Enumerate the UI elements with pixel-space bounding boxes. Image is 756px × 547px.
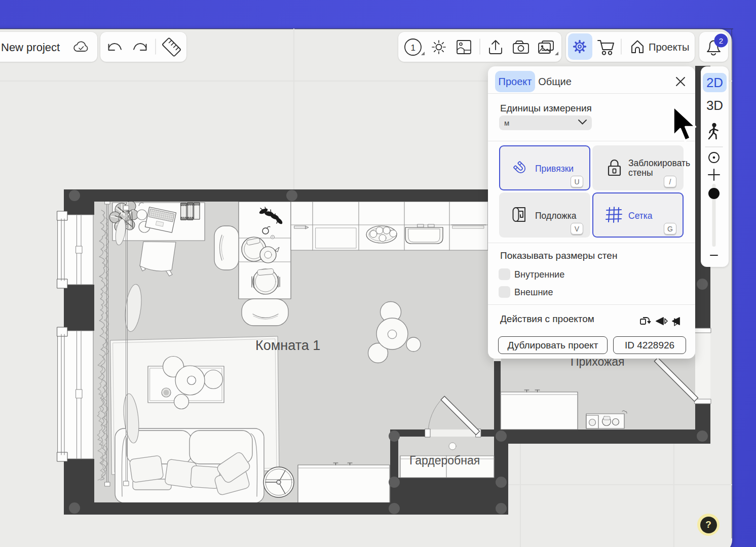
- svg-text:Комната 1: Комната 1: [255, 338, 320, 353]
- svg-text:Гардеробная: Гардеробная: [409, 454, 480, 467]
